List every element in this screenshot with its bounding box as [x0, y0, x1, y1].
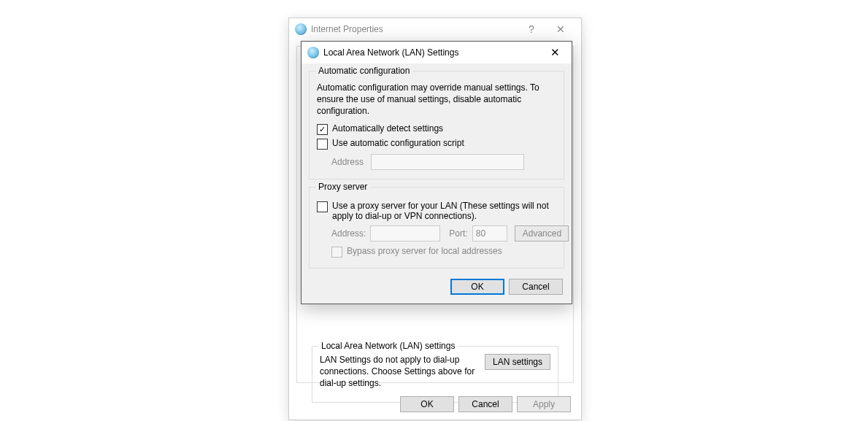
proxy-address-label: Address:	[331, 228, 366, 239]
auto-detect-row[interactable]: Automatically detect settings	[317, 123, 556, 135]
proxy-legend: Proxy server	[315, 182, 370, 192]
auto-script-address-label: Address	[331, 157, 365, 167]
proxy-port-input[interactable]	[472, 225, 507, 242]
proxy-address-input[interactable]	[370, 225, 440, 242]
cancel-button[interactable]: Cancel	[509, 279, 563, 295]
lan-settings-button[interactable]: LAN settings	[485, 354, 550, 370]
use-proxy-row[interactable]: Use a proxy server for your LAN (These s…	[317, 201, 556, 221]
close-icon[interactable]: ✕	[539, 42, 570, 63]
modal-titlebar: Local Area Network (LAN) Settings ✕	[302, 42, 572, 63]
auto-script-address-input[interactable]	[371, 154, 524, 170]
bypass-label: Bypass proxy server for local addresses	[347, 246, 502, 256]
help-icon[interactable]: ?	[517, 23, 546, 35]
proxy-address-row: Address: Port: Advanced	[331, 225, 556, 242]
auto-script-address-row: Address	[331, 154, 556, 170]
cancel-button[interactable]: Cancel	[458, 396, 512, 412]
proxy-port-label: Port:	[449, 228, 467, 239]
lan-settings-text: LAN Settings do not apply to dial-up con…	[320, 354, 476, 390]
advanced-button[interactable]: Advanced	[515, 225, 569, 242]
auto-script-row[interactable]: Use automatic configuration script	[317, 138, 556, 150]
lan-settings-group: Local Area Network (LAN) settings LAN Se…	[312, 346, 558, 403]
use-proxy-checkbox[interactable]	[317, 201, 328, 212]
globe-icon	[295, 23, 307, 35]
lan-settings-dialog: Local Area Network (LAN) Settings ✕ Auto…	[301, 41, 572, 304]
auto-script-label: Use automatic configuration script	[332, 138, 464, 148]
apply-button[interactable]: Apply	[517, 396, 571, 412]
auto-script-checkbox[interactable]	[317, 139, 328, 150]
parent-title: Internet Properties	[311, 24, 517, 34]
modal-body: Automatic configuration Automatic config…	[302, 63, 572, 304]
modal-title: Local Area Network (LAN) Settings	[323, 47, 539, 58]
modal-footer: OK Cancel	[309, 276, 564, 296]
auto-config-description: Automatic configuration may override man…	[317, 82, 556, 117]
globe-icon	[307, 47, 319, 58]
auto-config-legend: Automatic configuration	[315, 66, 412, 76]
bypass-row[interactable]: Bypass proxy server for local addresses	[331, 246, 556, 258]
parent-footer: OK Cancel Apply	[400, 396, 571, 412]
automatic-configuration-group: Automatic configuration Automatic config…	[309, 71, 564, 179]
bypass-checkbox[interactable]	[331, 247, 342, 258]
parent-titlebar: Internet Properties ? ✕	[289, 18, 581, 40]
auto-detect-checkbox[interactable]	[317, 124, 328, 135]
proxy-server-group: Proxy server Use a proxy server for your…	[309, 187, 564, 269]
auto-detect-label: Automatically detect settings	[332, 123, 443, 134]
lan-settings-legend: Local Area Network (LAN) settings	[318, 341, 458, 351]
close-icon[interactable]: ✕	[546, 23, 575, 35]
ok-button[interactable]: OK	[450, 279, 504, 295]
use-proxy-label: Use a proxy server for your LAN (These s…	[332, 201, 556, 221]
ok-button[interactable]: OK	[400, 396, 454, 412]
